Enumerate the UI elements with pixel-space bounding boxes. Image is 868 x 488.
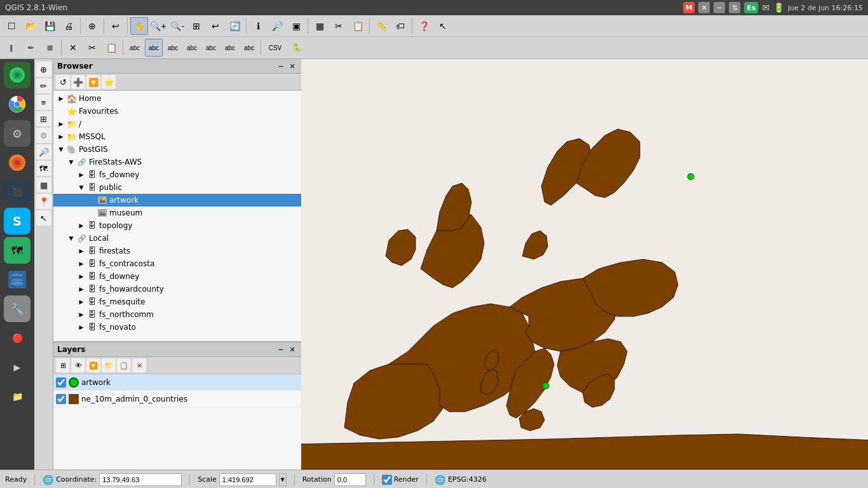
tree-toggle-topology[interactable]: ▶ xyxy=(76,220,86,231)
tree-toggle-fs_mesquite[interactable]: ▶ xyxy=(76,297,86,307)
browser-tree-item-firestats[interactable]: ▶🗄firestats xyxy=(53,245,301,257)
browser-refresh-button[interactable]: ↺ xyxy=(56,75,70,89)
browser-tree-item-fs_mesquite[interactable]: ▶🗄fs_mesquite xyxy=(53,295,301,308)
app-firefox-icon[interactable] xyxy=(4,149,31,176)
zoom-selection-button[interactable]: 🔄 xyxy=(226,17,243,35)
left-tool-3[interactable]: ≡ xyxy=(36,95,51,110)
layer-row-countries-layer[interactable]: ne_10m_admin_0_countries xyxy=(53,391,301,407)
open-project-button[interactable]: 📂 xyxy=(22,17,39,35)
browser-filter-button[interactable]: 🔽 xyxy=(86,75,100,89)
render-checkbox[interactable] xyxy=(382,475,392,485)
browser-tree-item-fs_contracosta[interactable]: ▶🗄fs_contracosta xyxy=(53,257,301,270)
browser-tree-item-artwork[interactable]: artwork xyxy=(53,194,301,207)
tree-toggle-firestats[interactable]: ▶ xyxy=(76,246,86,256)
browser-add-button[interactable]: ➕ xyxy=(71,75,85,89)
browser-close-button[interactable]: ✕ xyxy=(287,61,297,71)
layers-remove-button[interactable]: ✕ xyxy=(132,358,146,372)
print-button[interactable]: ⊕ xyxy=(83,17,101,35)
scale-input[interactable] xyxy=(219,473,276,486)
left-tool-10[interactable]: ↖ xyxy=(36,210,51,226)
left-tool-9[interactable]: 📍 xyxy=(36,194,51,209)
toggle-editing-button2[interactable]: ✏ xyxy=(22,39,39,57)
browser-tree-item-topology[interactable]: ▶🗄topology xyxy=(53,219,301,232)
browser-tree-item-root[interactable]: ▶📁/ xyxy=(53,118,301,130)
tree-toggle-local[interactable]: ▼ xyxy=(66,233,76,243)
new-project-button[interactable]: ☐ xyxy=(3,17,20,35)
app-leftbar-tool2[interactable]: ▶ xyxy=(4,354,31,381)
left-tool-7[interactable]: 🗺 xyxy=(36,161,51,176)
app-db-icon[interactable] xyxy=(4,266,31,293)
left-tool-2[interactable]: ✏ xyxy=(36,78,51,93)
app-leftbar-tool3[interactable]: 📁 xyxy=(4,383,31,410)
select-rect-button[interactable]: 🔎 xyxy=(268,17,286,35)
coordinate-input[interactable] xyxy=(99,473,182,486)
browser-tree-item-fs_novato[interactable]: ▶🗄fs_novato xyxy=(53,321,301,334)
label-tool1[interactable]: abc xyxy=(126,39,144,57)
browser-tree-item-fs_northcomm[interactable]: ▶🗄fs_northcomm xyxy=(53,308,301,321)
tree-toggle-mssql[interactable]: ▶ xyxy=(56,132,66,142)
measure-button[interactable]: 📏 xyxy=(372,17,390,35)
tree-toggle-fs_howardcounty[interactable]: ▶ xyxy=(76,284,86,294)
tree-toggle-postgis[interactable]: ▼ xyxy=(56,144,66,154)
zoom-in-button[interactable]: 🔍+ xyxy=(149,17,167,35)
delete-feature-button[interactable]: ✕ xyxy=(64,39,82,57)
tree-toggle-firestats-aws[interactable]: ▼ xyxy=(66,157,76,167)
tree-toggle-root[interactable]: ▶ xyxy=(56,119,66,129)
pan-button[interactable]: ✋ xyxy=(130,17,148,35)
app-unknown-icon[interactable]: ⚙ xyxy=(4,120,31,147)
browser-tree-item-public[interactable]: ▼🗄public xyxy=(53,181,301,194)
cursor-button[interactable]: ↖ xyxy=(434,17,452,35)
app-tools-icon[interactable]: 🔧 xyxy=(4,295,31,322)
label-tool2[interactable]: abc xyxy=(145,39,163,57)
layers-add-group-button[interactable]: 📁 xyxy=(102,358,116,372)
label-tool7[interactable]: abc xyxy=(240,39,258,57)
layer-row-artwork-layer[interactable]: artwork xyxy=(53,374,301,391)
zoom-full-button[interactable]: ⊞ xyxy=(187,17,205,35)
layers-filter-button[interactable]: 🔽 xyxy=(86,358,100,372)
left-tool-5[interactable]: ⚙ xyxy=(36,128,51,143)
browser-minimize-button[interactable]: ─ xyxy=(276,61,286,71)
tree-toggle-museum[interactable] xyxy=(86,208,97,218)
label-tool6[interactable]: abc xyxy=(221,39,239,57)
left-tool-4[interactable]: ⊞ xyxy=(36,111,51,126)
tree-toggle-fs_downey[interactable]: ▶ xyxy=(76,170,86,180)
layers-minimize-button[interactable]: ─ xyxy=(276,344,286,355)
open-table-button[interactable]: 📋 xyxy=(349,17,367,35)
label-tool3[interactable]: abc xyxy=(164,39,182,57)
layers-eye-button[interactable]: 👁 xyxy=(71,358,85,372)
layer-checkbox-artwork-layer[interactable] xyxy=(56,377,66,388)
map-area[interactable] xyxy=(301,59,868,470)
help-button[interactable]: ❓ xyxy=(415,17,433,35)
tree-toggle-favourites[interactable] xyxy=(56,106,66,116)
identify-button[interactable]: ℹ xyxy=(249,17,267,35)
browser-tree-item-favourites[interactable]: ⭐Favourites xyxy=(53,105,301,118)
label-button[interactable]: 🏷 xyxy=(391,17,409,35)
rotation-input[interactable] xyxy=(334,473,366,486)
label-tool4[interactable]: abc xyxy=(183,39,201,57)
select-feature-button[interactable]: ▦ xyxy=(311,17,329,35)
zoom-layer-button[interactable]: ↩ xyxy=(207,17,224,35)
browser-tree-item-fs_howardcounty[interactable]: ▶🗄fs_howardcounty xyxy=(53,283,301,295)
browser-favourites-button[interactable]: ⭐ xyxy=(102,75,116,89)
scale-dropdown-button[interactable]: ▼ xyxy=(279,473,287,486)
browser-tree-item-postgis[interactable]: ▼🐘PostGIS xyxy=(53,143,301,156)
python-button[interactable]: 🐍 xyxy=(288,39,306,57)
cut-feature-button[interactable]: ✂ xyxy=(83,39,101,57)
browser-tree-item-fs_downey[interactable]: ▶🗄fs_downey xyxy=(53,168,301,181)
add-feature-button[interactable]: ⊞ xyxy=(41,39,58,57)
zoom-out-button[interactable]: 🔍- xyxy=(168,17,186,35)
tree-toggle-fs_downey2[interactable]: ▶ xyxy=(76,271,86,281)
deselect-button[interactable]: ✂ xyxy=(330,17,348,35)
browser-tree-item-museum[interactable]: museum xyxy=(53,207,301,219)
save-as-button[interactable]: 🖨 xyxy=(60,17,78,35)
csv-button[interactable]: CSV xyxy=(264,39,287,57)
app-maps-icon[interactable]: 🗺 xyxy=(4,237,31,264)
select-polygon-button[interactable]: ▣ xyxy=(287,17,305,35)
tree-toggle-artwork[interactable] xyxy=(86,195,97,205)
browser-tree-item-fs_downey2[interactable]: ▶🗄fs_downey xyxy=(53,270,301,283)
app-leftbar-tool1[interactable]: 🔴 xyxy=(4,325,31,351)
left-tool-1[interactable]: ⊕ xyxy=(36,62,51,77)
layers-duplicate-button[interactable]: 📋 xyxy=(117,358,131,372)
layers-add-all-button[interactable]: ⊞ xyxy=(56,358,70,372)
left-tool-6[interactable]: 🔎 xyxy=(36,144,51,159)
